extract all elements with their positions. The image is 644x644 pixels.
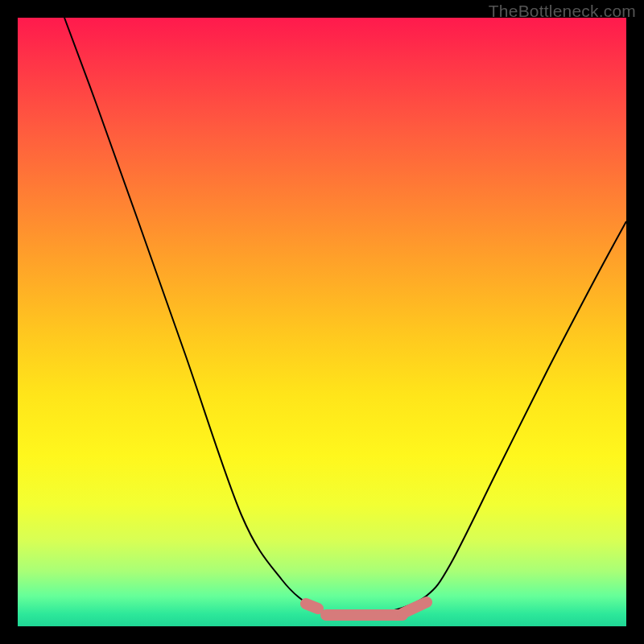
chart-svg xyxy=(0,0,644,644)
marker-segment xyxy=(306,604,318,609)
watermark-text: TheBottleneck.com xyxy=(489,2,636,21)
bottleneck-curve xyxy=(64,18,626,614)
optimal-range-marker xyxy=(306,602,427,615)
marker-segment xyxy=(402,602,427,613)
